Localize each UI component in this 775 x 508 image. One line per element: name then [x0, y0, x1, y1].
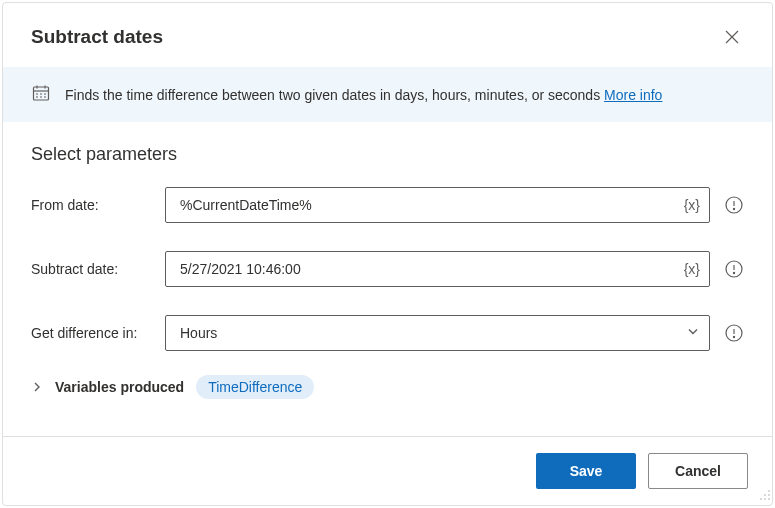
variable-picker-icon[interactable]: {x}	[684, 261, 700, 277]
param-subtract-date: Subtract date: {x}	[31, 251, 744, 287]
variable-pill-timedifference[interactable]: TimeDifference	[196, 375, 314, 399]
svg-point-15	[733, 272, 734, 273]
subtract-dates-dialog: Subtract dates Finds the time difference…	[2, 2, 773, 506]
calendar-icon	[31, 83, 51, 106]
expand-variables-toggle[interactable]	[31, 381, 43, 393]
get-diff-label: Get difference in:	[31, 325, 157, 341]
help-icon[interactable]	[724, 259, 744, 279]
get-diff-select[interactable]	[165, 315, 710, 351]
close-icon	[725, 30, 739, 44]
dialog-title: Subtract dates	[31, 26, 163, 48]
variables-produced-label: Variables produced	[55, 379, 184, 395]
dialog-header: Subtract dates	[3, 3, 772, 67]
from-date-label: From date:	[31, 197, 157, 213]
subtract-date-label: Subtract date:	[31, 261, 157, 277]
svg-point-12	[733, 208, 734, 209]
help-icon[interactable]	[724, 323, 744, 343]
more-info-link[interactable]: More info	[604, 87, 662, 103]
help-icon[interactable]	[724, 195, 744, 215]
param-get-difference: Get difference in:	[31, 315, 744, 351]
variable-picker-icon[interactable]: {x}	[684, 197, 700, 213]
cancel-button[interactable]: Cancel	[648, 453, 748, 489]
subtract-date-input[interactable]	[165, 251, 710, 287]
info-banner: Finds the time difference between two gi…	[3, 67, 772, 122]
dialog-footer: Save Cancel	[3, 436, 772, 505]
content-area: Select parameters From date: {x} Subtrac…	[3, 122, 772, 436]
variables-produced-row: Variables produced TimeDifference	[31, 375, 744, 399]
close-button[interactable]	[716, 21, 748, 53]
info-text: Finds the time difference between two gi…	[65, 87, 662, 103]
section-title: Select parameters	[31, 144, 744, 165]
param-from-date: From date: {x}	[31, 187, 744, 223]
svg-point-18	[733, 336, 734, 337]
save-button[interactable]: Save	[536, 453, 636, 489]
from-date-input[interactable]	[165, 187, 710, 223]
